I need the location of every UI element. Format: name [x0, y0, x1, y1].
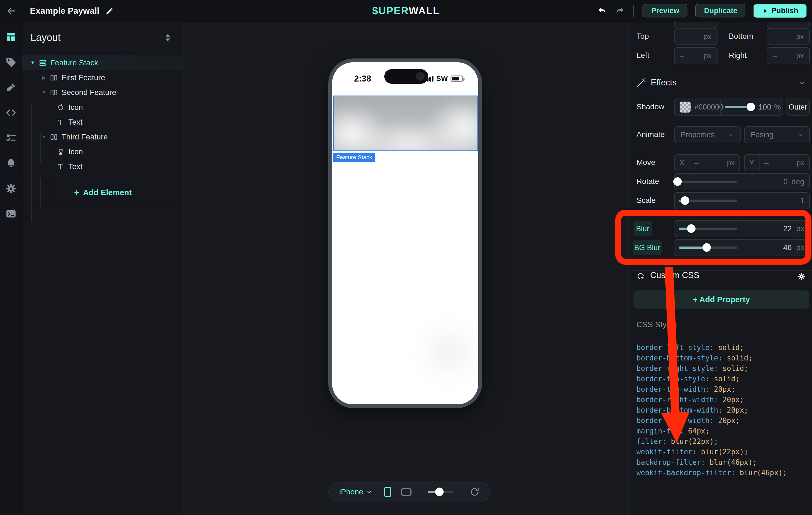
bg-blur-pill-label[interactable]: BG Blur [633, 240, 662, 255]
rail-notifications-item[interactable] [5, 158, 17, 169]
color-swatch[interactable] [679, 101, 691, 113]
back-button[interactable] [0, 0, 22, 22]
blur-slider[interactable] [674, 221, 742, 237]
tree-row-second-feature[interactable]: ▼ Second Feature [22, 85, 183, 100]
columns-icon [49, 132, 59, 142]
rail-theme-item[interactable] [5, 82, 17, 93]
bg-blur-control: 46 px [674, 239, 810, 256]
publish-button[interactable]: Publish [753, 4, 807, 18]
cropped-input[interactable] [674, 22, 718, 28]
caret-icon[interactable]: ▼ [39, 90, 49, 95]
caret-icon[interactable]: ▶ [39, 75, 49, 81]
custom-css-header[interactable]: Custom CSS [629, 269, 812, 284]
css-rule-line: backdrop-filter: blur(46px); [636, 457, 787, 467]
canvas[interactable]: Feature Stack 2:38 SW iPhone [184, 22, 628, 515]
tree-row-label: First Feature [61, 73, 105, 82]
tree-row-third-feature[interactable]: ▼ Third Feature [22, 129, 183, 144]
selected-feature-stack[interactable] [333, 95, 478, 151]
landscape-icon[interactable] [401, 488, 411, 496]
unit-label: px [727, 159, 734, 167]
y-prefix: Y [749, 158, 755, 167]
add-property-button[interactable]: + Add Property [634, 291, 809, 308]
scale-slider[interactable] [675, 193, 742, 209]
logo-cyan-part: $UPER [372, 5, 409, 17]
chevron-down-icon[interactable] [366, 489, 373, 495]
blur-pill-label[interactable]: Blur [634, 221, 652, 236]
tree-row-label: Icon [68, 147, 83, 156]
shadow-color-field[interactable]: #000000 [675, 99, 720, 115]
placeholder: – [680, 32, 684, 41]
effects-header[interactable]: Effects [629, 75, 812, 90]
shadow-opacity-slider[interactable] [720, 99, 753, 115]
redo-icon[interactable] [614, 6, 625, 16]
bottom-input[interactable]: – px [767, 28, 810, 45]
device-select[interactable]: iPhone [339, 488, 363, 496]
zoom-slider[interactable] [424, 486, 457, 497]
stack-icon [38, 58, 47, 67]
terminal-icon [5, 208, 17, 219]
bottom-label: Bottom [729, 32, 753, 41]
shadow-outer-button[interactable]: Outer [786, 98, 810, 116]
move-x-input[interactable]: X – px [674, 154, 740, 171]
effects-title: Effects [651, 78, 676, 88]
top-input[interactable]: – px [674, 28, 718, 45]
cropped-input[interactable] [767, 22, 810, 28]
rotate-slider[interactable] [675, 174, 742, 190]
rail-code-item[interactable] [5, 107, 17, 118]
chevron-down-icon[interactable] [799, 79, 806, 87]
caret-icon[interactable]: ▼ [27, 60, 38, 66]
move-y-input[interactable]: Y – px [744, 154, 810, 171]
unit-label: px [796, 32, 804, 41]
scale-control: 1 [674, 192, 810, 209]
tree-row-text[interactable]: T Text [22, 159, 183, 174]
rail-console-item[interactable] [5, 208, 17, 219]
slider-knob[interactable] [435, 488, 444, 496]
tree-row-text[interactable]: T Text [22, 115, 183, 129]
animate-properties-dropdown[interactable]: Properties [674, 126, 741, 143]
bg-blur-slider[interactable] [674, 240, 742, 255]
tree-row-first-feature[interactable]: ▶ First Feature [22, 70, 183, 85]
left-input[interactable]: – px [674, 47, 718, 64]
apple-icon [56, 103, 65, 112]
scale-value-field[interactable]: 1 [742, 193, 809, 209]
layer-tree: ▼ Feature Stack ▶ First Feature ▼ Second… [22, 56, 183, 174]
shadow-control: #000000 100 % [674, 98, 783, 116]
blur-value-field[interactable]: 22 px [742, 221, 810, 237]
css-rule-line: border-top-style: solid; [636, 374, 787, 384]
rail-checklist-item[interactable] [5, 132, 17, 144]
duplicate-button[interactable]: Duplicate [695, 4, 746, 18]
rotate-value-field[interactable]: 0 deg [742, 174, 809, 190]
css-settings-gear-icon[interactable] [797, 272, 806, 281]
px-unit: px [796, 224, 804, 233]
phone-screen[interactable]: Feature Stack 2:38 SW [332, 62, 478, 404]
rail-settings-item[interactable] [5, 183, 17, 194]
tree-row-icon[interactable]: Icon [22, 144, 183, 159]
right-input[interactable]: – px [767, 47, 810, 64]
refresh-icon[interactable] [470, 487, 480, 496]
placeholder: – [694, 159, 699, 167]
portrait-icon[interactable] [384, 487, 391, 497]
text-icon: T [56, 162, 65, 171]
shadow-opacity-field[interactable]: 100 % [753, 99, 783, 115]
add-element-button[interactable]: + Add Element [22, 181, 183, 204]
animate-easing-dropdown[interactable]: Easing [744, 126, 810, 143]
edit-pencil-icon[interactable] [106, 7, 114, 15]
rail-layout-item[interactable] [5, 32, 17, 42]
tree-row-icon[interactable]: Icon [22, 100, 183, 115]
rail-products-item[interactable] [5, 57, 17, 68]
blurred-feature-stack [333, 95, 478, 151]
selection-badge: Feature Stack [333, 153, 375, 162]
css-rule-line: webkit-filter: blur(22px); [636, 447, 787, 457]
css-code-block[interactable]: border-left-style: solid;border-bottom-s… [636, 342, 787, 478]
cursor-click-icon [636, 272, 646, 281]
left-icon-rail [0, 22, 22, 515]
rotate-label: Rotate [636, 177, 659, 186]
play-icon [762, 8, 768, 14]
undo-icon[interactable] [598, 6, 607, 16]
topbar-actions: Preview Duplicate Publish [598, 4, 812, 18]
preview-button[interactable]: Preview [642, 4, 688, 18]
bg-blur-value-field[interactable]: 46 px [742, 240, 810, 255]
tree-row-feature-stack[interactable]: ▼ Feature Stack [22, 56, 183, 70]
tree-row-label: Feature Stack [50, 58, 98, 67]
sort-icon[interactable] [164, 33, 171, 42]
